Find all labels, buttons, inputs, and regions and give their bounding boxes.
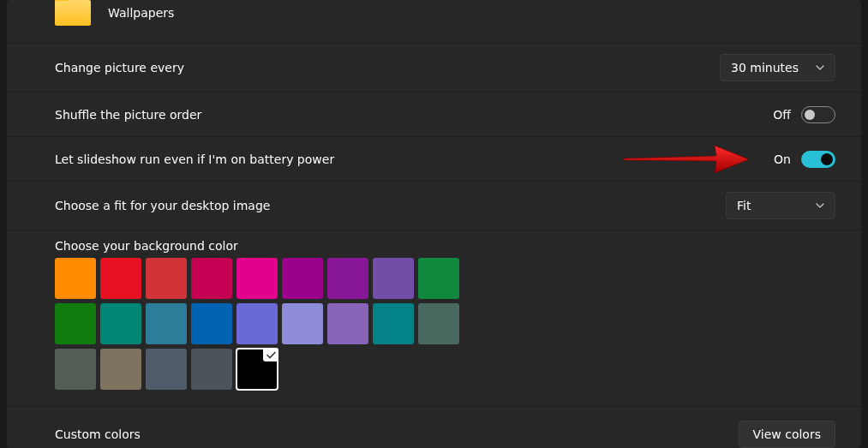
custom-colors-label: Custom colors [55, 427, 141, 441]
color-swatch[interactable] [55, 303, 96, 344]
shuffle-toggle[interactable] [801, 106, 835, 123]
color-swatch[interactable] [282, 303, 323, 344]
folder-icon [55, 0, 91, 26]
background-color-heading: Choose your background color [55, 239, 835, 253]
fit-label: Choose a fit for your desktop image [55, 199, 270, 212]
color-swatch[interactable] [100, 303, 141, 344]
background-color-section: Choose your background color [7, 230, 861, 407]
slideshow-album-row[interactable]: Wallpapers [7, 0, 861, 44]
folder-name: Wallpapers [108, 6, 174, 20]
color-swatch[interactable] [418, 258, 459, 299]
chevron-down-icon [816, 63, 824, 72]
custom-colors-row: Custom colors View colors [7, 407, 861, 448]
slideshow-on-battery-row: Let slideshow run even if I'm on battery… [7, 137, 861, 182]
color-swatch[interactable] [282, 258, 323, 299]
dropdown-value: Fit [737, 199, 751, 212]
color-swatch[interactable] [146, 258, 187, 299]
color-swatch[interactable] [100, 258, 141, 299]
color-swatch[interactable] [191, 349, 232, 390]
battery-state-text: On [774, 152, 791, 166]
color-swatch[interactable] [236, 349, 278, 390]
battery-label: Let slideshow run even if I'm on battery… [55, 152, 334, 166]
change-picture-label: Change picture every [55, 61, 184, 75]
change-picture-interval-dropdown[interactable]: 30 minutes [720, 54, 835, 81]
dropdown-value: 30 minutes [731, 61, 799, 75]
battery-toggle[interactable] [801, 151, 835, 168]
color-swatch[interactable] [191, 258, 232, 299]
color-swatch[interactable] [236, 258, 278, 299]
color-swatch[interactable] [327, 303, 368, 344]
color-swatch[interactable] [146, 349, 187, 390]
color-swatch[interactable] [373, 303, 414, 344]
color-swatch[interactable] [236, 303, 278, 344]
color-swatch[interactable] [146, 303, 187, 344]
change-picture-interval-row: Change picture every 30 minutes [7, 44, 861, 93]
shuffle-state-text: Off [773, 108, 791, 122]
color-swatch[interactable] [327, 258, 368, 299]
color-swatch[interactable] [418, 303, 459, 344]
fit-row: Choose a fit for your desktop image Fit [7, 182, 861, 230]
color-swatch[interactable] [55, 349, 96, 390]
annotation-arrow-icon [622, 144, 751, 175]
color-swatch[interactable] [100, 349, 141, 390]
shuffle-label: Shuffle the picture order [55, 108, 201, 122]
color-swatch[interactable] [191, 303, 232, 344]
fit-dropdown[interactable]: Fit [726, 192, 835, 219]
color-swatch[interactable] [55, 258, 96, 299]
shuffle-row: Shuffle the picture order Off [7, 93, 861, 137]
chevron-down-icon [816, 201, 824, 210]
view-colors-button[interactable]: View colors [739, 421, 835, 448]
check-icon [263, 348, 278, 361]
color-swatch[interactable] [373, 258, 414, 299]
